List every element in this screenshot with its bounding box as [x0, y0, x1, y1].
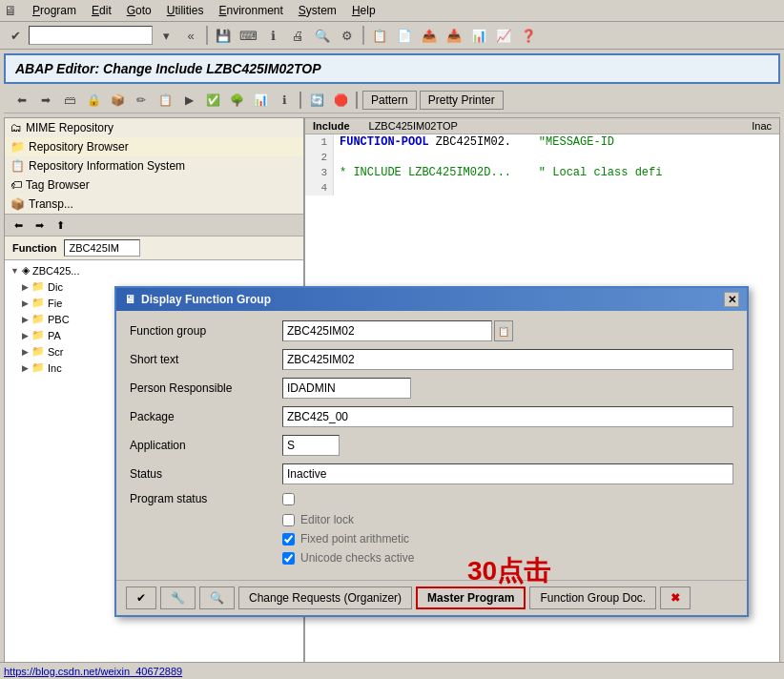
command-input[interactable] — [29, 26, 153, 45]
scr-expand-icon: ▶ — [22, 347, 29, 357]
ed-run-btn[interactable]: ▶ — [178, 91, 199, 110]
obj-fwd-btn[interactable]: ➡ — [30, 216, 49, 234]
function-group-doc-btn[interactable]: Function Group Doc. — [529, 586, 656, 609]
obj-name-label: Function — [9, 240, 60, 256]
find-btn[interactable]: 🔍 — [311, 25, 334, 46]
dropdown-btn[interactable]: ▾ — [155, 25, 177, 46]
ed-tree-btn[interactable]: 🌳 — [226, 91, 247, 110]
program-status-row: Program status — [130, 492, 733, 505]
include-label: Include — [313, 120, 350, 132]
ed-fwd-btn[interactable]: ➡ — [35, 91, 56, 110]
ed-stop-btn[interactable]: 🛑 — [330, 91, 351, 110]
menu-system[interactable]: System — [291, 2, 344, 19]
tree-root[interactable]: ▼ ◈ ZBC425... — [7, 262, 301, 278]
code-line-2: 2 — [305, 150, 779, 165]
fie-expand-icon: ▶ — [22, 298, 29, 308]
tree-root-icon: ◈ — [22, 264, 30, 277]
pretty-printer-button[interactable]: Pretty Printer — [420, 91, 504, 110]
include-value: LZBC425IM02TOP — [369, 120, 458, 132]
nav5-btn[interactable]: 📊 — [467, 25, 490, 46]
tag-browser-icon: 🏷 — [10, 178, 22, 192]
nav4-btn[interactable]: 📥 — [443, 25, 465, 46]
line-num-4: 4 — [305, 180, 334, 195]
inc-expand-icon: ▶ — [22, 363, 29, 373]
change-requests-btn[interactable]: Change Requests (Organizer) — [238, 586, 412, 609]
ed-pencil-btn[interactable]: ✏ — [131, 91, 152, 110]
function-group-input[interactable] — [282, 320, 492, 341]
line-num-2: 2 — [305, 150, 334, 165]
editor-title: ABAP Editor: Change Include LZBC425IM02T… — [15, 61, 321, 76]
nav-repo-info[interactable]: 📋 Repository Information System — [5, 156, 303, 175]
nav2-btn[interactable]: 📄 — [393, 25, 416, 46]
help-q-btn[interactable]: ❓ — [517, 25, 540, 46]
footer-check-btn[interactable]: ✔ — [126, 586, 156, 609]
ed-back-btn[interactable]: ⬅ — [11, 91, 32, 110]
person-responsible-input[interactable] — [282, 378, 411, 399]
nav3-btn[interactable]: 📤 — [418, 25, 441, 46]
menu-program[interactable]: Program — [25, 2, 84, 19]
menu-help[interactable]: Help — [344, 2, 383, 19]
fixed-point-label: Fixed point arithmetic — [300, 532, 409, 545]
pattern-button[interactable]: Pattern — [362, 91, 417, 110]
footer-close-btn[interactable]: ✖ — [660, 586, 691, 609]
obj-up-btn[interactable]: ⬆ — [51, 216, 70, 234]
obj-back-btn[interactable]: ⬅ — [9, 216, 28, 234]
line-num-1: 1 — [305, 134, 334, 150]
menu-edit[interactable]: Edit — [84, 2, 119, 19]
menu-utilities[interactable]: Utilities — [159, 2, 212, 19]
main-toolbar: ✔ ▾ « 💾 ⌨ ℹ 🖨 🔍 ⚙ 📋 📄 📤 📥 📊 📈 ❓ — [0, 22, 784, 50]
nav1-btn[interactable]: 📋 — [368, 25, 391, 46]
ed-hierarchy-btn[interactable]: 📊 — [250, 91, 271, 110]
short-text-row: Short text — [130, 349, 733, 370]
menu-goto[interactable]: Goto — [119, 2, 159, 19]
application-input[interactable] — [282, 435, 340, 456]
line-content-3: * INCLUDE LZBC425IM02D... " Local class … — [334, 165, 662, 180]
shortcut-btn[interactable]: ⌨ — [237, 25, 259, 46]
obj-label-row: Function ZBC425IM — [5, 237, 303, 260]
fie-label: Fie — [48, 298, 62, 309]
nav-mime[interactable]: 🗂 MIME Repository — [5, 118, 303, 137]
dialog-close-button[interactable]: ✕ — [724, 292, 739, 307]
info-btn[interactable]: ℹ — [261, 25, 284, 46]
nav-repo-browser[interactable]: 📁 Repository Browser — [5, 137, 303, 156]
footer-search-btn[interactable]: 🔍 — [199, 586, 235, 609]
fixed-point-checkbox[interactable] — [282, 533, 295, 545]
dialog-title-text: Display Function Group — [141, 293, 271, 306]
ed-act-btn[interactable]: 🔄 — [306, 91, 327, 110]
ed-list-btn[interactable]: 📋 — [155, 91, 175, 110]
package-input[interactable] — [282, 406, 733, 427]
code-line-1: 1 FUNCTION-POOL ZBC425IM02. "MESSAGE-ID — [305, 134, 779, 150]
ed-info2-btn[interactable]: ℹ — [274, 91, 295, 110]
master-program-btn[interactable]: Master Program — [416, 586, 526, 609]
repo-browser-label: Repository Browser — [29, 140, 129, 154]
editor-lock-label: Editor lock — [300, 513, 354, 526]
editor-lock-checkbox[interactable] — [282, 514, 295, 526]
editor-toolbar: ⬅ ➡ 🗃 🔒 📦 ✏ 📋 ▶ ✅ 🌳 📊 ℹ 🔄 🛑 Pattern Pret… — [4, 88, 780, 113]
pbc-label: PBC — [48, 314, 70, 325]
ed-check2-btn[interactable]: ✅ — [202, 91, 223, 110]
nav6-btn[interactable]: 📈 — [492, 25, 515, 46]
ed-repo-btn[interactable]: 🗃 — [59, 91, 80, 110]
ed-obj-btn[interactable]: 📦 — [107, 91, 128, 110]
print-btn[interactable]: 🖨 — [286, 25, 309, 46]
ed-lock-btn[interactable]: 🔒 — [83, 91, 104, 110]
status-input[interactable] — [282, 463, 733, 484]
check-btn[interactable]: ✔ — [4, 25, 27, 46]
program-status-checkbox[interactable] — [282, 493, 295, 505]
nav-tag-browser[interactable]: 🏷 Tag Browser — [5, 175, 303, 195]
unicode-checks-label: Unicode checks active — [300, 551, 414, 565]
back-btn[interactable]: « — [179, 25, 202, 46]
unicode-checks-checkbox[interactable] — [282, 552, 295, 565]
nav-transport[interactable]: 📦 Transp... — [5, 195, 303, 214]
transport-label: Transp... — [29, 197, 73, 211]
settings-btn[interactable]: ⚙ — [336, 25, 359, 46]
footer-tool-btn[interactable]: 🔧 — [160, 586, 196, 609]
status-row: Status — [130, 463, 733, 484]
menu-environment[interactable]: Environment — [211, 2, 290, 19]
save-btn[interactable]: 💾 — [212, 25, 235, 46]
application-label: Application — [130, 439, 282, 452]
dic-folder-icon: 📁 — [31, 280, 45, 293]
dic-expand-icon: ▶ — [22, 282, 29, 292]
short-text-input[interactable] — [282, 349, 733, 370]
function-group-pick-btn[interactable]: 📋 — [494, 320, 513, 341]
